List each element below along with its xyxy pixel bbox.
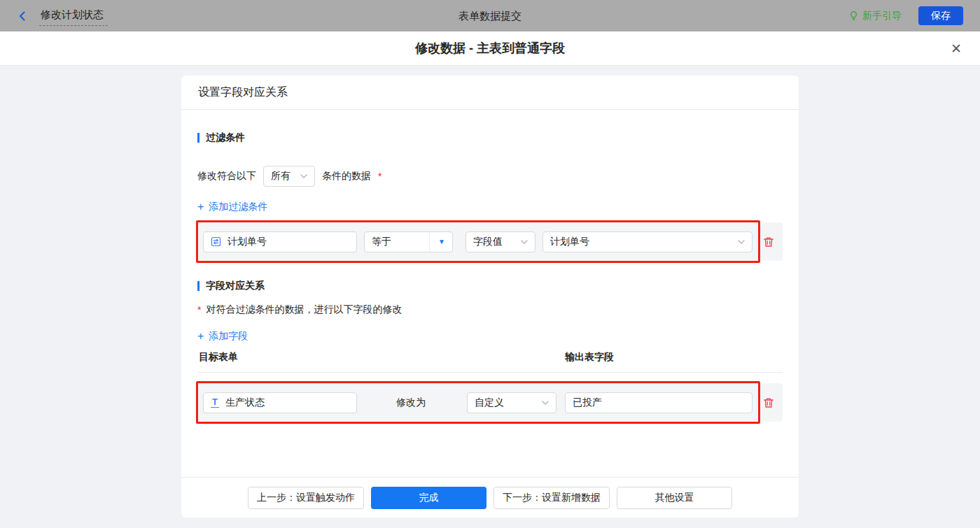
serial-number-icon	[211, 236, 221, 247]
settings-card: 设置字段对应关系 过滤条件 修改符合以下 所有 条件的数据 * +	[181, 76, 799, 518]
add-filter-label: 添加过滤条件	[209, 201, 267, 213]
modify-mode-select[interactable]: 自定义	[467, 392, 556, 413]
mapping-description: * 对符合过滤条件的数据，进行以下字段的修改	[197, 304, 783, 316]
required-mark: *	[197, 304, 201, 315]
chevron-down-icon	[521, 240, 528, 244]
field-mapping-row: T 生产状态 修改为 自定义 已投产	[197, 383, 783, 422]
filter-field-value: 计划单号	[227, 236, 267, 248]
chevron-down-icon	[542, 401, 549, 405]
custom-value-text: 已投产	[573, 397, 602, 409]
match-condition-line: 修改符合以下 所有 条件的数据 *	[197, 166, 783, 187]
dialog-body: 设置字段对应关系 过滤条件 修改符合以下 所有 条件的数据 * +	[0, 76, 980, 528]
chevron-down-icon	[300, 174, 307, 178]
dialog-footer: 上一步：设置触发动作 完成 下一步：设置新增数据 其他设置	[181, 477, 799, 518]
operator-select[interactable]: 等于 ▼	[364, 231, 453, 252]
filter-section-title: 过滤条件	[197, 131, 783, 144]
mapping-section-label: 字段对应关系	[206, 280, 265, 292]
workflow-title[interactable]: 修改计划状态	[39, 6, 108, 26]
required-mark: *	[378, 171, 382, 182]
match-mode-select[interactable]: 所有	[263, 166, 315, 187]
match-prefix-label: 修改符合以下	[197, 170, 256, 183]
card-title: 设置字段对应关系	[181, 76, 799, 110]
dialog-header: 修改数据 - 主表到普通字段 ✕	[0, 31, 980, 66]
page-title: 表单数据提交	[458, 9, 522, 22]
value-type-select[interactable]: 字段值	[465, 231, 536, 252]
guide-label: 新手引导	[862, 10, 902, 22]
modify-mode-value: 自定义	[475, 397, 504, 409]
next-step-button[interactable]: 下一步：设置新增数据	[493, 487, 610, 509]
done-button[interactable]: 完成	[371, 487, 486, 509]
prev-step-button[interactable]: 上一步：设置触发动作	[248, 487, 364, 509]
custom-value-input[interactable]: 已投产	[565, 392, 752, 413]
section-bar-icon	[197, 133, 200, 143]
plus-icon: +	[197, 201, 204, 213]
delete-filter-icon[interactable]	[762, 235, 776, 249]
filter-field-input[interactable]: 计划单号	[203, 231, 357, 252]
target-field-input[interactable]: T 生产状态	[203, 392, 357, 413]
filter-condition-row: 计划单号 等于 ▼ 字段值 计划单号	[197, 222, 783, 261]
add-filter-condition-link[interactable]: + 添加过滤条件	[197, 201, 267, 213]
mapping-column-headers: 目标表单 输出表字段	[197, 351, 783, 373]
section-bar-icon	[197, 281, 200, 291]
other-settings-button[interactable]: 其他设置	[617, 487, 732, 509]
filter-section-label: 过滤条件	[206, 131, 245, 144]
back-icon[interactable]	[17, 10, 28, 22]
mapping-description-text: 对符合过滤条件的数据，进行以下字段的修改	[206, 304, 402, 316]
value-type-value: 字段值	[473, 236, 503, 248]
topbar-left: 修改计划状态	[17, 6, 108, 26]
add-field-link[interactable]: + 添加字段	[197, 330, 248, 343]
chevron-down-icon	[738, 240, 745, 244]
delete-mapping-icon[interactable]	[762, 396, 776, 410]
text-field-icon: T	[211, 397, 219, 408]
column-target-form: 目标表单	[199, 351, 238, 364]
add-field-label: 添加字段	[209, 330, 248, 343]
close-icon[interactable]: ✕	[951, 42, 962, 55]
dialog-title: 修改数据 - 主表到普通字段	[415, 40, 565, 57]
topbar: 修改计划状态 表单数据提交 新手引导 保存	[0, 0, 980, 31]
lightbulb-icon	[848, 10, 859, 21]
value-field-select[interactable]: 计划单号	[542, 231, 752, 252]
save-button[interactable]: 保存	[918, 6, 963, 25]
value-field-value: 计划单号	[550, 236, 589, 248]
beginner-guide-link[interactable]: 新手引导	[848, 10, 902, 22]
plus-icon: +	[197, 331, 204, 342]
mapping-section-title: 字段对应关系	[197, 280, 783, 292]
column-output-field: 输出表字段	[565, 351, 614, 364]
match-suffix-label: 条件的数据	[322, 170, 371, 183]
match-mode-value: 所有	[271, 170, 290, 183]
topbar-right: 新手引导 保存	[848, 6, 963, 25]
caret-down-icon[interactable]: ▼	[429, 232, 445, 252]
modify-to-label: 修改为	[391, 397, 430, 409]
card-body: 过滤条件 修改符合以下 所有 条件的数据 * + 添加过滤条件	[181, 110, 799, 477]
target-field-value: 生产状态	[225, 397, 265, 409]
operator-value: 等于	[372, 236, 391, 248]
